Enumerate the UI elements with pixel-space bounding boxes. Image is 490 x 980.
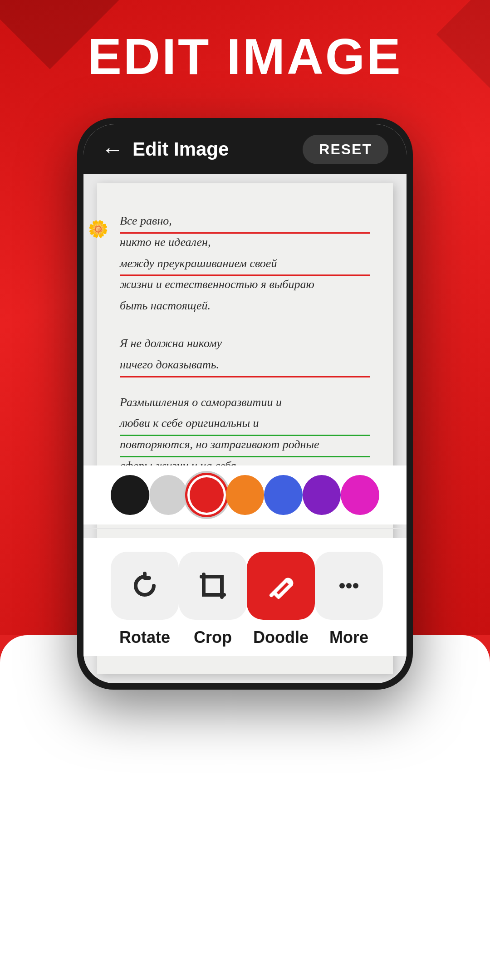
screen-header: ← Edit Image RESET [83, 124, 407, 174]
text-block-1: Все равно, никто не идеален, между преук… [120, 211, 370, 317]
doodle-icon-box [247, 552, 315, 620]
text-block-2: Я не должна никому ничего доказывать. [120, 333, 370, 376]
text-line: Все равно, [120, 211, 370, 232]
doodle-icon [265, 570, 297, 602]
color-blue[interactable] [264, 475, 303, 515]
svg-rect-0 [204, 577, 222, 595]
svg-point-2 [339, 583, 345, 588]
screen-title: Edit Image [132, 138, 303, 160]
phone-mockup: ← Edit Image RESET 🌼 Все равно, никто не… [77, 118, 413, 690]
more-icon-box [315, 552, 383, 620]
rotate-icon [129, 570, 161, 602]
svg-point-3 [346, 583, 352, 588]
rotate-label: Rotate [119, 628, 170, 647]
page-title: EDIT IMAGE [0, 27, 490, 86]
crop-icon-box [179, 552, 247, 620]
tool-crop[interactable]: Crop [179, 552, 247, 647]
text-line: ничего доказывать. [120, 354, 370, 376]
crop-label: Crop [194, 628, 232, 647]
more-icon [333, 570, 365, 602]
rotate-icon-box [111, 552, 179, 620]
doodle-label: Doodle [253, 628, 309, 647]
color-black[interactable] [111, 475, 149, 515]
color-picker [83, 466, 407, 524]
phone-screen: ← Edit Image RESET 🌼 Все равно, никто не… [83, 124, 407, 683]
reset-button[interactable]: RESET [303, 135, 388, 164]
svg-point-1 [287, 580, 291, 584]
daisy-decoration: 🌼 [88, 220, 108, 239]
text-line: быть настоящей. [120, 295, 370, 317]
text-line: Размышления о саморазвитии и [120, 392, 370, 413]
text-line: между преукрашиванием своей [120, 253, 370, 274]
color-pink[interactable] [341, 475, 379, 515]
back-button[interactable]: ← [102, 137, 123, 162]
crop-icon [197, 570, 229, 602]
color-purple[interactable] [303, 475, 341, 515]
svg-point-4 [353, 583, 358, 588]
bottom-toolbar: Rotate Crop [83, 538, 407, 656]
color-orange[interactable] [226, 475, 265, 515]
text-line: Я не должна никому [120, 333, 370, 354]
tool-rotate[interactable]: Rotate [111, 552, 179, 647]
text-line: повторяются, но затрагивают родные [120, 434, 370, 456]
color-white[interactable] [149, 475, 188, 515]
text-line: жизни и естественностью я выбираю [120, 274, 370, 295]
color-red[interactable] [187, 475, 226, 515]
tool-doodle[interactable]: Doodle [247, 552, 315, 647]
tool-more[interactable]: More [315, 552, 383, 647]
text-line: никто не идеален, [120, 232, 370, 253]
text-line: любви к себе оригинальны и [120, 413, 370, 434]
more-label: More [329, 628, 368, 647]
separator [83, 528, 407, 529]
